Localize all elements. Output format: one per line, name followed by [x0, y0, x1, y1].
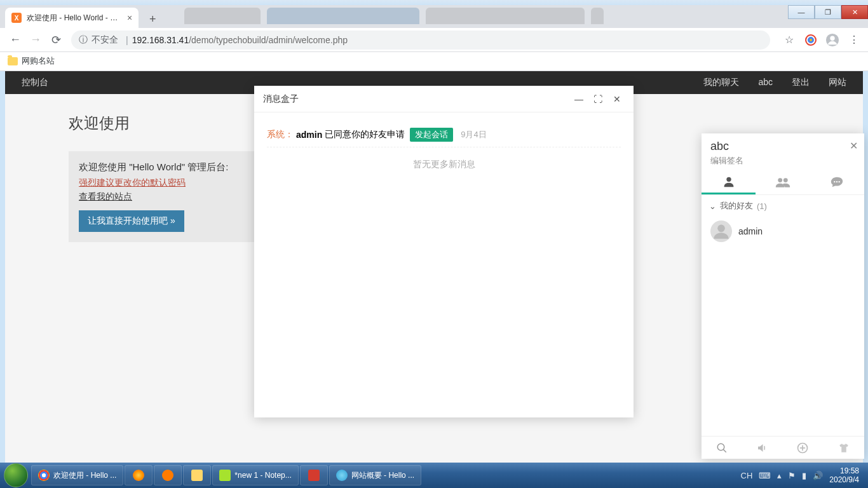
chrome-logo-icon[interactable]	[802, 31, 820, 49]
dialog-maximize-icon[interactable]: ⛶	[590, 92, 606, 107]
window-close-button[interactable]: ✕	[841, 5, 868, 19]
friend-group-header[interactable]: ⌄ 我的好友 (1)	[702, 195, 864, 217]
bookmark-label: 网购名站	[22, 56, 55, 67]
window-minimize-button[interactable]: —	[788, 5, 815, 19]
console-link[interactable]: 控制台	[22, 77, 48, 88]
taskbar-label: 网站概要 - Hello ...	[351, 470, 414, 481]
profile-avatar-icon[interactable]	[824, 31, 841, 49]
chat-panel: abc 编辑签名 ✕ ⌄ 我的好友 (1) admin	[702, 133, 864, 459]
volume-icon[interactable]: 🔊	[813, 471, 823, 480]
address-bar: ← → ⟳ ⓘ 不安全 | 192.168.31.41/demo/typecho…	[0, 28, 868, 52]
svg-point-1	[830, 36, 834, 40]
skin-icon[interactable]	[837, 442, 850, 454]
battery-icon[interactable]: ▮	[802, 471, 806, 480]
nav-site-link[interactable]: 网站	[829, 77, 846, 88]
edit-signature-link[interactable]: 编辑签名	[710, 156, 855, 166]
tab-strip: X 欢迎使用 - Hello World - Powe × + — ❐ ✕	[0, 5, 868, 28]
sound-icon[interactable]	[756, 442, 768, 454]
group-label: 我的好友	[720, 200, 753, 212]
bookmark-bar: 网购名站	[0, 52, 868, 71]
taskbar-item-media[interactable]	[154, 465, 182, 485]
folder-icon	[8, 57, 18, 65]
tab-close-icon[interactable]: ×	[127, 13, 132, 23]
taskbar-item-edge[interactable]: 网站概要 - Hello ...	[329, 465, 421, 485]
svg-point-8	[717, 225, 725, 233]
tray-date: 2020/9/4	[829, 475, 859, 484]
svg-point-3	[778, 178, 782, 182]
friend-name: admin	[738, 226, 763, 236]
tab-friends[interactable]	[702, 170, 756, 194]
message-user: admin	[296, 130, 322, 140]
people-icon	[775, 175, 790, 189]
url-field[interactable]: ⓘ 不安全 | 192.168.31.41/demo/typechobuild/…	[71, 30, 770, 50]
taskbar-item-chrome[interactable]: 欢迎使用 - Hello ...	[31, 465, 123, 485]
message-box-title: 消息盒子	[263, 93, 299, 105]
nav-back-button[interactable]: ←	[5, 30, 25, 50]
tray-time: 19:58	[829, 466, 859, 475]
taskbar-item-firefox[interactable]	[125, 465, 153, 485]
browser-tab-active[interactable]: X 欢迎使用 - Hello World - Powe ×	[5, 8, 139, 28]
window-maximize-button[interactable]: ❐	[815, 5, 841, 19]
message-row: 系统： admin 已同意你的好友申请 发起会话 9月4日	[267, 123, 621, 147]
keyboard-icon[interactable]: ⌨	[759, 471, 771, 480]
new-tab-button[interactable]: +	[144, 10, 161, 28]
taskbar-label: *new 1 - Notep...	[234, 471, 291, 480]
friend-item[interactable]: admin	[702, 217, 864, 246]
url-path: /demo/typechobuild/admin/welcome.php	[189, 35, 348, 45]
notepad-icon	[219, 470, 231, 481]
browser-menu-icon[interactable]: ⋮	[845, 31, 863, 49]
message-box-body: 系统： admin 已同意你的好友申请 发起会话 9月4日 暂无更多新消息	[254, 112, 634, 192]
taskbar-label: 欢迎使用 - Hello ...	[53, 470, 116, 481]
background-tabs	[184, 8, 604, 24]
ime-indicator[interactable]: CH	[741, 471, 753, 480]
flag-icon[interactable]: ⚑	[788, 471, 796, 480]
person-icon	[722, 175, 736, 189]
chat-close-icon[interactable]: ✕	[850, 140, 858, 152]
taskbar-item-xampp[interactable]	[300, 465, 328, 485]
chat-username: abc	[710, 140, 855, 153]
start-button[interactable]	[4, 463, 28, 487]
dialog-minimize-icon[interactable]: —	[571, 92, 587, 107]
tab-groups[interactable]	[756, 170, 810, 194]
tab-history[interactable]	[810, 170, 864, 194]
browser-chrome: X 欢迎使用 - Hello World - Powe × + — ❐ ✕ ← …	[0, 5, 868, 71]
start-using-button[interactable]: 让我直接开始使用吧 »	[79, 210, 184, 232]
system-tray: CH ⌨ ▴ ⚑ ▮ 🔊 19:58 2020/9/4	[741, 466, 865, 485]
nav-chat-link[interactable]: 我的聊天	[703, 77, 739, 88]
bookmark-item[interactable]: 网购名站	[8, 56, 55, 67]
friend-list: ⌄ 我的好友 (1) admin	[702, 195, 864, 436]
avatar-icon	[710, 220, 732, 242]
message-box-header[interactable]: 消息盒子 — ⛶ ✕	[254, 86, 634, 112]
svg-point-5	[834, 181, 835, 182]
url-host: 192.168.31.41	[132, 35, 189, 45]
chrome-icon	[38, 470, 50, 481]
nav-reload-button[interactable]: ⟳	[46, 30, 66, 50]
nav-logout-link[interactable]: 登出	[792, 77, 810, 88]
message-date: 9月4日	[461, 129, 486, 140]
edge-icon	[336, 470, 348, 481]
taskbar-item-explorer[interactable]	[183, 465, 211, 485]
firefox-icon	[133, 470, 144, 481]
nav-user-link[interactable]: abc	[758, 77, 773, 88]
chat-bubble-icon	[830, 175, 844, 189]
tray-clock[interactable]: 19:58 2020/9/4	[829, 466, 859, 485]
chat-tabs	[702, 170, 864, 195]
no-more-messages: 暂无更多新消息	[267, 147, 621, 182]
taskbar-item-notepad[interactable]: *new 1 - Notep...	[212, 465, 298, 485]
dialog-close-icon[interactable]: ✕	[609, 92, 625, 107]
svg-point-6	[836, 181, 837, 182]
bookmark-star-icon[interactable]: ☆	[780, 31, 798, 49]
insecure-info-icon[interactable]: ⓘ	[79, 34, 88, 46]
tab-title: 欢迎使用 - Hello World - Powe	[27, 13, 122, 24]
add-icon[interactable]	[796, 442, 809, 454]
nav-forward-button[interactable]: →	[25, 30, 46, 50]
chevron-down-icon: ⌄	[709, 201, 716, 211]
svg-line-10	[723, 449, 726, 452]
explorer-icon	[191, 470, 203, 481]
start-chat-button[interactable]: 发起会话	[410, 128, 453, 142]
tray-chevron-icon[interactable]: ▴	[777, 471, 782, 480]
chat-footer	[702, 436, 864, 459]
search-icon[interactable]	[716, 442, 728, 454]
taskbar: 欢迎使用 - Hello ... *new 1 - Notep... 网站概要 …	[0, 463, 868, 488]
message-system-label: 系统：	[267, 129, 294, 140]
